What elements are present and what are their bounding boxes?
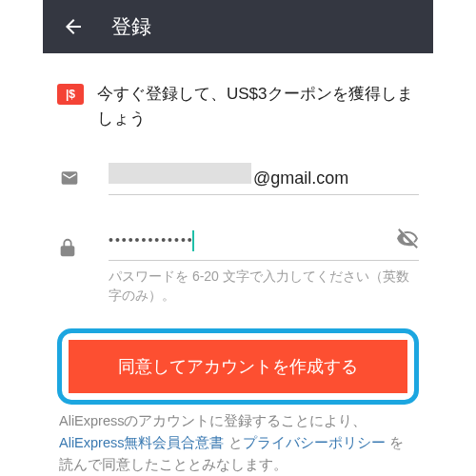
text-caret xyxy=(192,230,194,251)
password-field-row: ••••••••••••• パスワードを 6-20 文字で入力してください（英数… xyxy=(57,228,419,306)
email-username-redacted xyxy=(109,163,251,184)
email-icon xyxy=(57,169,84,191)
legal-text: AliExpressのアカウントに登録することにより、 AliExpress無料… xyxy=(57,410,419,476)
app-header: 登録 xyxy=(43,0,433,53)
back-arrow-icon[interactable] xyxy=(62,15,85,38)
password-hint: パスワードを 6-20 文字で入力してください（英数字のみ）。 xyxy=(109,267,419,306)
coupon-icon: |$ xyxy=(57,84,84,105)
create-account-button[interactable]: 同意してアカウントを作成する xyxy=(69,340,407,393)
lock-icon xyxy=(57,235,84,264)
email-suffix: @gmail.com xyxy=(253,169,348,188)
cta-highlight: 同意してアカウントを作成する xyxy=(57,328,419,405)
password-masked: ••••••••••••• xyxy=(109,230,396,251)
email-input[interactable]: @gmail.com xyxy=(109,163,419,195)
page-title: 登録 xyxy=(111,13,151,40)
membership-agreement-link[interactable]: AliExpress無料会員合意書 xyxy=(59,435,225,450)
visibility-off-icon[interactable] xyxy=(396,228,419,254)
password-input[interactable]: ••••••••••••• xyxy=(109,228,419,261)
promo-banner: |$ 今すぐ登録して、US$3クーポンを獲得しましょう xyxy=(57,82,419,130)
email-field-row: @gmail.com xyxy=(57,163,419,195)
promo-text: 今すぐ登録して、US$3クーポンを獲得しましょう xyxy=(97,82,419,130)
privacy-policy-link[interactable]: プライバシーポリシー xyxy=(243,435,386,450)
